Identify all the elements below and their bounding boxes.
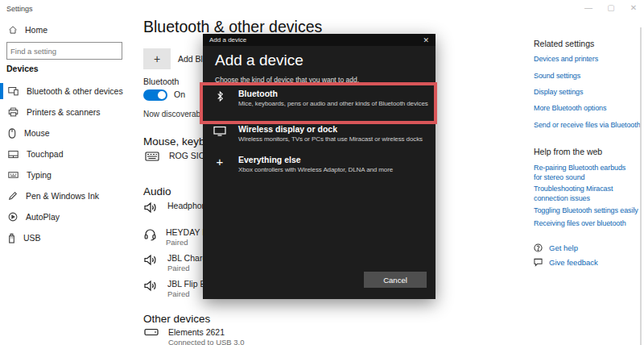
device-row[interactable]: ROG SICA — [145, 151, 210, 161]
link-display-settings[interactable]: Display settings — [534, 87, 640, 97]
speaker-icon — [144, 202, 158, 214]
maximize-icon[interactable]: ▢ — [605, 3, 617, 12]
touchpad-icon — [8, 150, 19, 159]
give-feedback-icon — [534, 258, 543, 267]
bluetooth-icon — [213, 90, 227, 102]
mouse-icon — [8, 128, 16, 139]
pen-icon — [8, 191, 18, 201]
link-more-bluetooth-options[interactable]: More Bluetooth options — [534, 103, 640, 113]
give-feedback-label: Give feedback — [549, 258, 598, 267]
sidebar-nav: Bluetooth & other devices Printers & sca… — [0, 81, 129, 248]
device-row[interactable]: Elements 2621 Connected to USB 3.0 — [144, 327, 245, 345]
link-repairing-earbuds[interactable]: Re-pairing Bluetooth earbuds for stereo … — [534, 163, 632, 182]
option-title: Wireless display or dock — [238, 124, 423, 135]
home-icon — [8, 25, 18, 35]
sidebar-item-label: Home — [25, 25, 47, 35]
option-title: Bluetooth — [238, 89, 428, 100]
get-help-label: Get help — [549, 243, 578, 252]
section-header-other-devices: Other devices — [143, 313, 210, 325]
option-wireless-display[interactable]: Wireless display or dock Wireless monito… — [203, 124, 436, 143]
plus-icon: + — [143, 48, 171, 69]
sidebar-item-usb[interactable]: USB — [0, 227, 129, 248]
close-icon[interactable]: ✕ — [628, 3, 639, 12]
dialog-titlebar-text: Add a device — [209, 36, 246, 44]
sidebar-item-bluetooth-other-devices[interactable]: Bluetooth & other devices — [0, 81, 129, 102]
option-desc: Wireless monitors, TVs or PCs that use M… — [238, 135, 423, 143]
dialog-heading: Add a device — [215, 52, 303, 69]
plus-icon: + — [213, 156, 227, 168]
link-sound-settings[interactable]: Sound settings — [534, 71, 640, 81]
sidebar-item-mouse[interactable]: Mouse — [0, 123, 129, 143]
minimize-icon[interactable]: — — [583, 3, 594, 12]
bluetooth-label: Bluetooth — [143, 77, 179, 86]
link-toggling-bluetooth[interactable]: Toggling Bluetooth settings easily — [534, 206, 640, 215]
get-help-icon — [534, 243, 543, 252]
sidebar-item-autoplay[interactable]: AutoPlay — [0, 206, 129, 227]
sidebar-item-label: Mouse — [24, 128, 50, 138]
speaker-icon — [144, 280, 158, 292]
speaker-icon — [144, 254, 158, 266]
related-settings-header: Related settings — [534, 39, 640, 48]
device-name: Elements 2621 — [168, 327, 245, 338]
drive-icon — [144, 328, 159, 336]
option-desc: Mice, keyboards, pens or audio and other… — [238, 100, 428, 108]
sidebar-item-label: AutoPlay — [26, 212, 60, 222]
add-device-dialog: Add a device ✕ Add a device Choose the k… — [203, 34, 436, 299]
bluetooth-toggle[interactable] — [143, 89, 167, 101]
window-controls: — ▢ ✕ — [583, 3, 639, 12]
dialog-titlebar[interactable]: Add a device ✕ — [203, 34, 436, 46]
search-input[interactable] — [7, 47, 120, 56]
sidebar-item-label: Printers & scanners — [27, 107, 101, 117]
link-troubleshooting-miracast[interactable]: Troubleshooting Miracast connection issu… — [534, 184, 622, 203]
monitor-icon — [213, 126, 227, 136]
option-desc: Xbox controllers with Wireless Adaptor, … — [238, 166, 393, 174]
search-box[interactable] — [6, 42, 122, 60]
sidebar-item-label: Pen & Windows Ink — [26, 191, 99, 201]
give-feedback-button[interactable]: Give feedback — [534, 258, 640, 267]
typing-icon — [8, 171, 19, 179]
sidebar-item-home[interactable]: Home — [8, 25, 47, 35]
dialog-subtitle: Choose the kind of device that you want … — [215, 76, 359, 84]
toggle-state-label: On — [174, 89, 185, 99]
selected-accent-bar — [0, 83, 3, 99]
app-title: Settings — [6, 5, 33, 13]
link-devices-and-printers[interactable]: Devices and printers — [534, 54, 640, 64]
keyboard-icon — [145, 152, 159, 161]
option-title: Everything else — [238, 155, 393, 166]
sidebar-section-header: Devices — [6, 64, 39, 73]
get-help-button[interactable]: Get help — [534, 243, 640, 252]
sidebar-item-printers-scanners[interactable]: Printers & scanners — [0, 102, 129, 123]
printer-icon — [8, 107, 19, 117]
help-from-web-header: Help from the web — [534, 147, 640, 156]
sidebar-item-pen-windows-ink[interactable]: Pen & Windows Ink — [0, 185, 129, 206]
section-header-audio: Audio — [143, 185, 171, 197]
sidebar-item-typing[interactable]: Typing — [0, 164, 129, 185]
sidebar-item-touchpad[interactable]: Touchpad — [0, 143, 129, 164]
scrollbar[interactable] — [640, 27, 642, 345]
sidebar-item-label: Touchpad — [27, 149, 64, 159]
link-receiving-files[interactable]: Receiving files over bluetooth — [534, 218, 640, 228]
option-everything-else[interactable]: + Everything else Xbox controllers with … — [203, 155, 436, 174]
sidebar-item-label: Typing — [27, 170, 52, 180]
devices-icon — [8, 86, 19, 96]
device-status: Connected to USB 3.0 — [168, 338, 245, 345]
headset-icon — [144, 228, 156, 241]
cancel-button[interactable]: Cancel — [364, 272, 427, 288]
close-icon[interactable]: ✕ — [423, 36, 429, 44]
sidebar-item-label: USB — [23, 233, 41, 243]
option-bluetooth[interactable]: Bluetooth Mice, keyboards, pens or audio… — [203, 89, 436, 108]
autoplay-icon — [8, 212, 18, 222]
sidebar-item-label: Bluetooth & other devices — [27, 86, 123, 96]
usb-icon — [8, 233, 15, 243]
toggle-knob — [158, 91, 166, 99]
link-send-receive-files[interactable]: Send or receive files via Bluetooth — [534, 120, 640, 130]
